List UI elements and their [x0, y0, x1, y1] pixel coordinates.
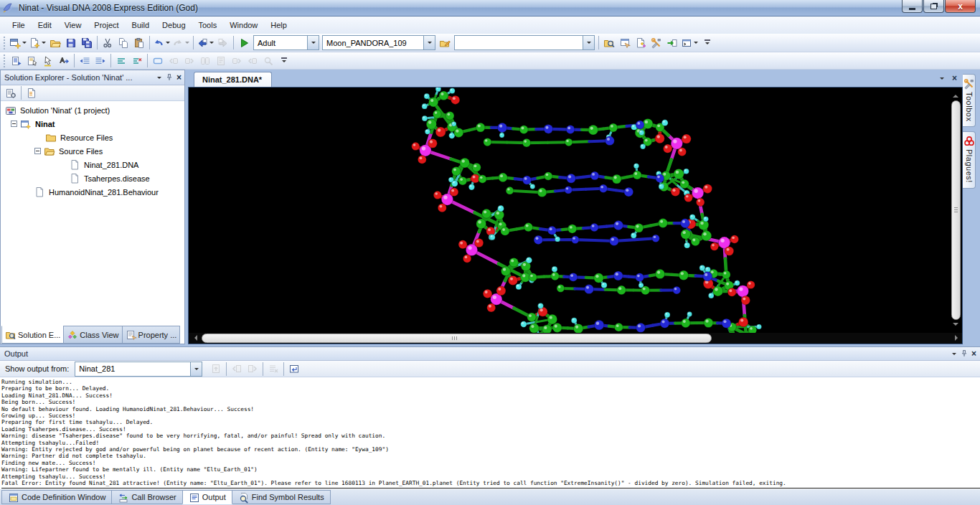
g-find-button[interactable] — [208, 361, 224, 377]
save-all-button[interactable] — [79, 35, 95, 51]
gray-b4-button[interactable] — [213, 53, 229, 69]
menu-debug[interactable]: Debug — [156, 18, 192, 32]
toolbar-overflow-button[interactable] — [699, 35, 715, 51]
quick-info-button[interactable] — [40, 53, 56, 69]
close-document-icon[interactable]: × — [952, 73, 957, 83]
panel-tab-solution-e-[interactable]: Solution E... — [1, 326, 64, 344]
bottom-tab-call-browser[interactable]: Call Browser — [111, 490, 182, 504]
gray-b3-button[interactable] — [197, 53, 213, 69]
nav-back-button[interactable] — [196, 35, 215, 51]
save-button[interactable] — [63, 35, 79, 51]
scroll-right-icon[interactable] — [955, 335, 961, 341]
find-doc-button[interactable] — [437, 35, 453, 51]
document-list-dropdown-icon[interactable] — [940, 77, 944, 82]
collapse-expander-icon[interactable] — [34, 148, 41, 154]
menu-build[interactable]: Build — [126, 18, 156, 32]
param-info-button[interactable] — [24, 53, 40, 69]
se-props-button[interactable] — [3, 85, 19, 101]
gray-b1-button[interactable] — [166, 53, 182, 69]
wrap-button[interactable] — [286, 361, 302, 377]
output-source-combo[interactable]: Ninat_281 — [75, 362, 202, 377]
se-go-button[interactable] — [664, 35, 680, 51]
planet-combo[interactable]: Moon_PANDORA_109 — [322, 35, 435, 50]
add-item-button[interactable] — [28, 35, 47, 51]
props-window-button[interactable] — [617, 35, 633, 51]
tools-button[interactable] — [649, 35, 664, 51]
window-position-icon[interactable] — [952, 353, 956, 357]
close-panel-icon[interactable]: × — [176, 72, 182, 82]
menu-file[interactable]: File — [6, 18, 32, 32]
cmd-window-button[interactable] — [680, 35, 699, 51]
combo-dropdown-icon[interactable] — [190, 362, 202, 376]
tree-item[interactable]: Ninat_281.DNA — [1, 158, 184, 171]
gray-b7-button[interactable] — [260, 53, 276, 69]
undo-button[interactable] — [152, 35, 171, 51]
menu-window[interactable]: Window — [223, 18, 264, 32]
minimize-button[interactable] — [902, 0, 923, 13]
title-bar[interactable]: Ninat - Visual DNA 2008 Express Edition … — [0, 0, 980, 16]
find-files-button[interactable] — [601, 35, 617, 51]
indent-dec-button[interactable] — [77, 53, 93, 69]
toolbar-overflow-button[interactable] — [276, 53, 292, 69]
uncomment-button[interactable] — [129, 53, 145, 69]
bottom-tab-output[interactable]: Output — [182, 490, 232, 504]
gray-b5-button[interactable] — [229, 53, 245, 69]
pin-icon[interactable] — [165, 73, 174, 82]
scroll-up-icon[interactable] — [953, 92, 958, 98]
g-next-button[interactable] — [245, 361, 260, 377]
tree-item[interactable]: Ninat — [1, 117, 184, 131]
tree-item[interactable]: Source Files — [1, 144, 184, 158]
tree-item[interactable]: HumanoidNinat_281.Behaviour — [1, 185, 184, 199]
close-button[interactable]: x — [945, 0, 976, 13]
open-folder-button[interactable] — [47, 35, 63, 51]
show-all-button[interactable] — [24, 85, 39, 101]
toolbar-grip[interactable] — [3, 37, 6, 49]
horizontal-scroll-thumb[interactable] — [202, 334, 712, 343]
gray-b6-button[interactable] — [245, 53, 260, 69]
new-project-button[interactable] — [9, 35, 28, 51]
window-position-icon[interactable] — [157, 77, 161, 81]
collapse-expander-icon[interactable] — [11, 121, 17, 127]
scroll-down-icon[interactable] — [953, 323, 958, 329]
g-prev-button[interactable] — [229, 361, 245, 377]
close-panel-icon[interactable]: × — [971, 349, 976, 359]
tree-item[interactable]: Solution 'Ninat' (1 project) — [1, 103, 184, 117]
autohide-tab-toolbox[interactable]: Toolbox — [963, 74, 976, 127]
combo-dropdown-icon[interactable] — [307, 36, 319, 49]
copy-button[interactable] — [116, 35, 131, 51]
vertical-scroll-thumb[interactable] — [951, 100, 961, 320]
menu-tools[interactable]: Tools — [192, 18, 224, 32]
viewer-horizontal-scrollbar[interactable] — [189, 333, 962, 344]
bottom-tab-code-definition-window[interactable]: Code Definition Window — [1, 490, 112, 504]
toolbar-grip[interactable] — [3, 55, 6, 67]
find-combo[interactable] — [454, 35, 595, 50]
combo-dropdown-icon[interactable] — [423, 36, 435, 49]
combo-dropdown-icon[interactable] — [583, 36, 594, 49]
dna-3d-canvas[interactable] — [189, 88, 950, 333]
gray-b2-button[interactable] — [182, 53, 197, 69]
comment-button[interactable] — [113, 53, 129, 69]
panel-tab-property-[interactable]: Property ... — [122, 326, 181, 344]
tree-item[interactable]: Tsaherpes.disease — [1, 171, 184, 185]
pin-icon[interactable] — [960, 349, 969, 358]
run-button[interactable] — [236, 35, 252, 51]
obj-browser-button[interactable] — [633, 35, 649, 51]
member-list-button[interactable] — [9, 53, 24, 69]
menu-help[interactable]: Help — [264, 18, 293, 32]
solution-explorer-titlebar[interactable]: Solution Explorer - Solution 'Ninat' ...… — [1, 70, 184, 85]
document-tab-ninat281dna[interactable]: Ninat_281.DNA* — [194, 72, 272, 87]
restore-button[interactable] — [923, 0, 944, 13]
word-complete-button[interactable] — [56, 53, 72, 69]
nav-forward-button[interactable] — [215, 35, 231, 51]
panel-tab-class-view[interactable]: Class View — [63, 326, 122, 344]
menu-project[interactable]: Project — [88, 18, 125, 32]
scroll-left-icon[interactable] — [192, 335, 197, 341]
autohide-tab-plagues[interactable]: Plagues! — [963, 131, 976, 189]
menu-view[interactable]: View — [58, 18, 88, 32]
menu-edit[interactable]: Edit — [32, 18, 58, 32]
indent-inc-button[interactable] — [93, 53, 108, 69]
redo-button[interactable] — [171, 35, 191, 51]
viewer-vertical-scrollbar[interactable] — [950, 88, 962, 333]
g-clear-button[interactable] — [265, 361, 281, 377]
age-combo[interactable]: Adult — [253, 35, 319, 50]
